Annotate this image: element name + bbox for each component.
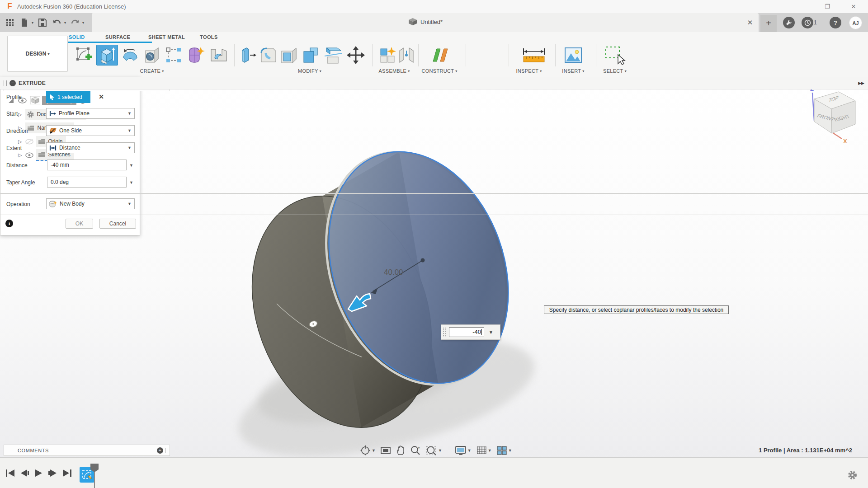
tab-tools[interactable]: TOOLS <box>200 34 218 40</box>
visibility-off-eye-icon[interactable] <box>25 139 33 145</box>
sculpt-button[interactable] <box>208 45 229 66</box>
document-tab-content: Untitled* <box>408 18 443 26</box>
input-dropdown-caret[interactable]: ▼ <box>489 330 493 335</box>
step-forward-button[interactable] <box>48 469 57 478</box>
view-cube[interactable]: Z X TOP FRONT RIGHT <box>800 84 863 145</box>
create-form-button[interactable] <box>185 45 205 66</box>
group-label-construct[interactable]: CONSTRUCT <box>421 68 457 74</box>
redo-caret[interactable]: ▾ <box>82 21 84 25</box>
group-label-create[interactable]: CREATE <box>140 68 164 74</box>
extrude-dialog-header[interactable]: − EXTRUDE ▶▶ <box>0 77 868 89</box>
insert-image-button[interactable] <box>563 45 583 66</box>
expand-arrow-icon[interactable]: ▷ <box>18 112 22 117</box>
fillet-icon <box>259 47 278 64</box>
fusion360-window: F Autodesk Fusion 360 (Education License… <box>0 0 868 488</box>
save-icon[interactable] <box>37 17 48 28</box>
ok-button[interactable]: OK <box>66 219 93 229</box>
viewport[interactable]: 40.00 Z X TOP FRONT RIGHT ◀◀ BROWSER <box>0 77 868 457</box>
floating-distance-input[interactable]: -40 ▼ <box>441 324 500 340</box>
step-back-button[interactable] <box>20 469 29 478</box>
cancel-button[interactable]: Cancel <box>99 219 136 229</box>
expand-arrow-icon[interactable]: ▷ <box>18 139 22 145</box>
group-label-insert[interactable]: INSERT <box>562 68 584 74</box>
extrude-icon <box>98 46 116 64</box>
distance-value-field[interactable]: -40 <box>449 327 484 337</box>
tab-sheet-metal[interactable]: SHEET METAL <box>148 34 185 40</box>
group-label-modify[interactable]: MODIFY <box>298 68 321 74</box>
taper-angle-input[interactable]: 0.0 deg <box>47 177 127 188</box>
minimize-button[interactable]: — <box>795 3 808 11</box>
profile-clear-icon[interactable]: ✕ <box>97 92 106 101</box>
distance-value: -40 mm <box>51 162 69 168</box>
timeline-bar <box>0 457 868 488</box>
dialog-drag-grip[interactable] <box>4 80 7 86</box>
info-icon[interactable]: i <box>5 220 13 227</box>
combine-button[interactable] <box>300 45 321 66</box>
operation-dropdown[interactable]: New Body ▼ <box>46 198 135 209</box>
go-to-end-button[interactable] <box>62 469 72 478</box>
expand-arrow-icon[interactable]: ▷ <box>18 152 22 158</box>
group-label-select[interactable]: SELECT <box>603 68 627 74</box>
joint-button[interactable] <box>398 45 415 66</box>
tab-solid[interactable]: SOLID <box>69 34 85 40</box>
group-label-assemble[interactable]: ASSEMBLE <box>378 68 410 74</box>
status-hint-tooltip: Specify distance, or select coplanar pro… <box>544 305 729 314</box>
pattern-button[interactable] <box>164 45 183 66</box>
go-to-start-button[interactable] <box>5 469 15 478</box>
dialog-expand-icon[interactable]: ▶▶ <box>858 81 864 85</box>
hole-button[interactable] <box>142 45 162 66</box>
undo-caret[interactable]: ▾ <box>64 21 66 25</box>
dialog-collapse-icon[interactable]: − <box>9 80 16 86</box>
extrude-button-active[interactable] <box>96 45 118 66</box>
app-grid-icon[interactable] <box>5 17 15 28</box>
visibility-eye-icon[interactable] <box>25 152 33 158</box>
split-body-icon <box>324 46 343 64</box>
quick-access-toolbar: ▾ ▾ ▾ Untitled* ✕ + 1 ? AJ <box>0 13 868 32</box>
workspace-switcher[interactable]: DESIGN <box>7 36 68 72</box>
create-sketch-button[interactable] <box>75 45 94 66</box>
notification-clock-icon[interactable] <box>802 17 813 28</box>
direction-label: Direction <box>6 128 28 134</box>
press-pull-button[interactable] <box>239 45 258 66</box>
job-status-icon[interactable] <box>783 17 795 28</box>
move-copy-button[interactable] <box>345 45 366 66</box>
timeline-settings-gear-icon[interactable] <box>848 470 857 480</box>
create-form-icon <box>186 46 205 64</box>
user-avatar[interactable]: AJ <box>849 16 862 29</box>
file-menu-caret[interactable]: ▾ <box>32 21 33 25</box>
construct-plane-icon <box>430 46 449 64</box>
new-document-tab-button[interactable]: + <box>760 15 777 32</box>
start-dropdown[interactable]: Profile Plane ▼ <box>46 108 135 119</box>
new-body-icon <box>49 201 57 207</box>
split-body-button[interactable] <box>323 45 343 66</box>
group-label-inspect[interactable]: INSPECT <box>516 68 542 74</box>
hole-icon <box>143 46 161 64</box>
extent-dropdown[interactable]: Distance ▼ <box>46 142 135 153</box>
distance-input[interactable]: -40 mm <box>47 160 127 170</box>
profile-selected-button[interactable]: 1 selected <box>46 91 90 103</box>
new-component-button[interactable] <box>378 45 397 66</box>
document-close-icon[interactable]: ✕ <box>745 18 755 28</box>
redo-icon[interactable] <box>70 17 80 28</box>
fillet-button[interactable] <box>259 45 278 66</box>
play-button[interactable] <box>34 469 43 478</box>
direction-dropdown[interactable]: One Side ▼ <box>46 125 135 136</box>
taper-spinner-caret[interactable]: ▼ <box>129 180 133 185</box>
help-icon[interactable]: ? <box>830 17 841 28</box>
file-menu-icon[interactable] <box>19 17 30 28</box>
distance-spinner-caret[interactable]: ▼ <box>129 163 133 168</box>
revolve-button[interactable] <box>121 45 140 66</box>
shell-button[interactable] <box>279 45 298 66</box>
measure-button[interactable] <box>521 45 547 66</box>
timeline-position-marker[interactable] <box>90 463 99 488</box>
fusion-logo-icon: F <box>6 2 14 10</box>
construct-plane-button[interactable] <box>430 45 450 66</box>
restore-button[interactable]: ❐ <box>821 3 834 11</box>
select-button[interactable] <box>604 45 627 66</box>
tab-surface[interactable]: SURFACE <box>105 34 130 40</box>
undo-icon[interactable] <box>52 17 62 28</box>
close-button[interactable]: ✕ <box>847 3 860 11</box>
input-drag-handle[interactable] <box>443 327 446 337</box>
document-title: Untitled* <box>420 19 443 25</box>
document-tab[interactable]: Untitled* ✕ <box>92 13 759 32</box>
